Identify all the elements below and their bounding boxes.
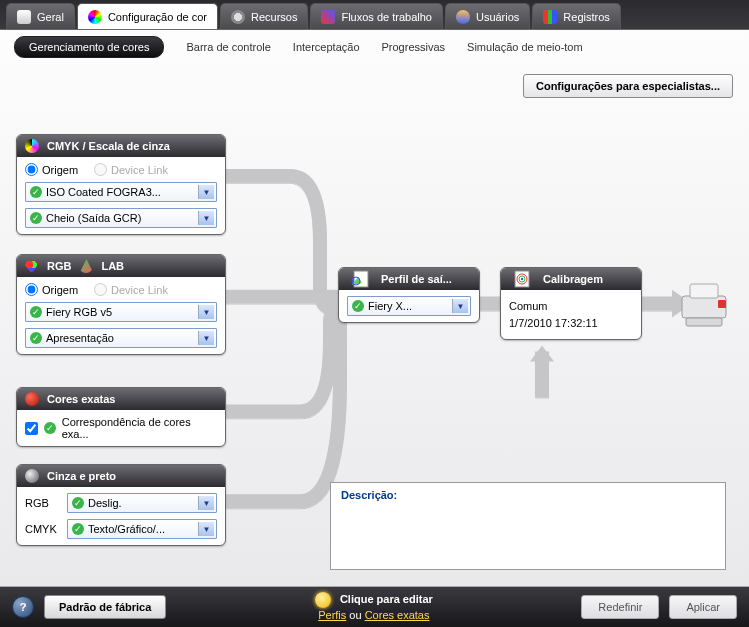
apply-button[interactable]: Aplicar: [669, 595, 737, 619]
gray-cmyk-label: CMYK: [25, 523, 59, 535]
tip-link-profiles[interactable]: Perfis: [318, 609, 346, 621]
lab-icon: [79, 259, 93, 273]
panel-title-rgb: RGB: [47, 260, 71, 272]
svg-rect-14: [718, 300, 726, 308]
check-icon: ✓: [30, 212, 42, 224]
radio-input[interactable]: [25, 163, 38, 176]
cmyk-profile-select[interactable]: ✓ ISO Coated FOGRA3... ▼: [25, 182, 217, 202]
subtab-progressives[interactable]: Progressivas: [382, 41, 446, 53]
expert-settings-button[interactable]: Configurações para especialistas...: [523, 74, 733, 98]
factory-defaults-button[interactable]: Padrão de fábrica: [44, 595, 166, 619]
gray-rgb-select[interactable]: ✓ Deslig. ▼: [67, 493, 217, 513]
tab-resources[interactable]: Recursos: [220, 3, 308, 29]
gray-rgb-label: RGB: [25, 497, 59, 509]
panel-gray-black: Cinza e preto RGB ✓ Deslig. ▼ CMYK ✓ Tex…: [16, 464, 226, 546]
select-value: Texto/Gráfico/...: [88, 523, 212, 535]
subtab-trapping[interactable]: Interceptação: [293, 41, 360, 53]
help-button[interactable]: ?: [12, 596, 34, 618]
tab-color-config[interactable]: Configuração de cor: [77, 3, 218, 29]
radio-label: Origem: [42, 164, 78, 176]
description-label: Descrição:: [341, 489, 397, 501]
select-value: Deslig.: [88, 497, 212, 509]
tab-users[interactable]: Usuários: [445, 3, 530, 29]
subtab-halftone-sim[interactable]: Simulação de meio-tom: [467, 41, 583, 53]
lightbulb-icon: [315, 592, 331, 608]
gear-icon: [231, 10, 245, 24]
select-value: Cheio (Saída GCR): [46, 212, 212, 224]
select-value: Apresentação: [46, 332, 212, 344]
subtab-control-bar[interactable]: Barra de controle: [186, 41, 270, 53]
radio-input[interactable]: [25, 283, 38, 296]
checkbox-label: Correspondência de cores exa...: [62, 416, 217, 440]
rgb-rendering-select[interactable]: ✓ Apresentação ▼: [25, 328, 217, 348]
button-label: Aplicar: [686, 601, 720, 613]
select-value: ISO Coated FOGRA3...: [46, 186, 212, 198]
cmyk-icon: [25, 139, 39, 153]
chart-icon: [543, 10, 557, 24]
check-icon: ✓: [30, 332, 42, 344]
panel-title: Cores exatas: [47, 393, 116, 405]
calibration-name: Comum: [509, 298, 633, 315]
rgb-source-radios: Origem Device Link: [25, 283, 217, 296]
svg-rect-12: [690, 284, 718, 298]
panel-title: CMYK / Escala de cinza: [47, 140, 170, 152]
chevron-down-icon: ▼: [198, 522, 214, 536]
output-profile-select[interactable]: ✓ Fiery X... ▼: [347, 296, 471, 316]
chevron-down-icon: ▼: [198, 305, 214, 319]
select-value: Fiery RGB v5: [46, 306, 212, 318]
panel-title-lab: LAB: [101, 260, 124, 272]
tab-label: Registros: [563, 11, 609, 23]
tab-label: Geral: [37, 11, 64, 23]
gray-cmyk-select[interactable]: ✓ Texto/Gráfico/... ▼: [67, 519, 217, 539]
panel-header: Cores exatas: [17, 388, 225, 410]
cmyk-source-radios: Origem Device Link: [25, 163, 217, 176]
output-profile-icon: [347, 268, 373, 290]
check-icon: ✓: [44, 422, 56, 434]
panel-header: Calibragem: [501, 268, 641, 290]
check-icon: ✓: [352, 300, 364, 312]
tip-link-spot[interactable]: Cores exatas: [365, 609, 430, 621]
rgb-profile-select[interactable]: ✓ Fiery RGB v5 ▼: [25, 302, 217, 322]
top-tab-bar: Geral Configuração de cor Recursos Fluxo…: [0, 0, 749, 30]
tab-workflows[interactable]: Fluxos de trabalho: [310, 3, 443, 29]
panel-header: Perfil de saí...: [339, 268, 479, 290]
radio-origin[interactable]: Origem: [25, 163, 78, 176]
reset-button[interactable]: Redefinir: [581, 595, 659, 619]
radio-devicelink[interactable]: Device Link: [94, 163, 168, 176]
panel-header: CMYK / Escala de cinza: [17, 135, 225, 157]
check-icon: ✓: [72, 497, 84, 509]
svg-marker-2: [530, 346, 554, 362]
button-label: Padrão de fábrica: [59, 601, 151, 613]
tab-label: Configuração de cor: [108, 11, 207, 23]
radio-label: Device Link: [111, 164, 168, 176]
tab-label: Recursos: [251, 11, 297, 23]
radio-input: [94, 163, 107, 176]
rgb-icon: [25, 259, 39, 273]
radio-origin[interactable]: Origem: [25, 283, 78, 296]
chevron-down-icon: ▼: [198, 496, 214, 510]
panel-output-profile: Perfil de saí... ✓ Fiery X... ▼: [338, 267, 480, 323]
spot-match-row[interactable]: ✓ Correspondência de cores exa...: [25, 416, 217, 440]
radio-devicelink[interactable]: Device Link: [94, 283, 168, 296]
tip-line1: Clique para editar: [340, 593, 433, 605]
cmyk-rendering-select[interactable]: ✓ Cheio (Saída GCR) ▼: [25, 208, 217, 228]
calibration-date: 1/7/2010 17:32:11: [509, 315, 633, 332]
color-wheel-icon: [88, 10, 102, 24]
svg-point-10: [521, 278, 523, 280]
svg-rect-13: [686, 318, 722, 326]
spot-match-checkbox[interactable]: [25, 422, 38, 435]
panel-title: Perfil de saí...: [381, 273, 452, 285]
tab-logs[interactable]: Registros: [532, 3, 620, 29]
spot-icon: [25, 392, 39, 406]
work-area: Gerenciamento de cores Barra de controle…: [0, 30, 749, 587]
tab-general[interactable]: Geral: [6, 3, 75, 29]
panel-title: Calibragem: [543, 273, 603, 285]
tip-or: ou: [346, 609, 364, 621]
footer-tip: Clique para editar Perfis ou Cores exata…: [176, 592, 571, 622]
workflow-icon: [321, 10, 335, 24]
button-label: Configurações para especialistas...: [536, 80, 720, 92]
panel-spot-colors: Cores exatas ✓ Correspondência de cores …: [16, 387, 226, 447]
tab-label: Usuários: [476, 11, 519, 23]
subtab-color-management[interactable]: Gerenciamento de cores: [14, 36, 164, 58]
gray-icon: [25, 469, 39, 483]
